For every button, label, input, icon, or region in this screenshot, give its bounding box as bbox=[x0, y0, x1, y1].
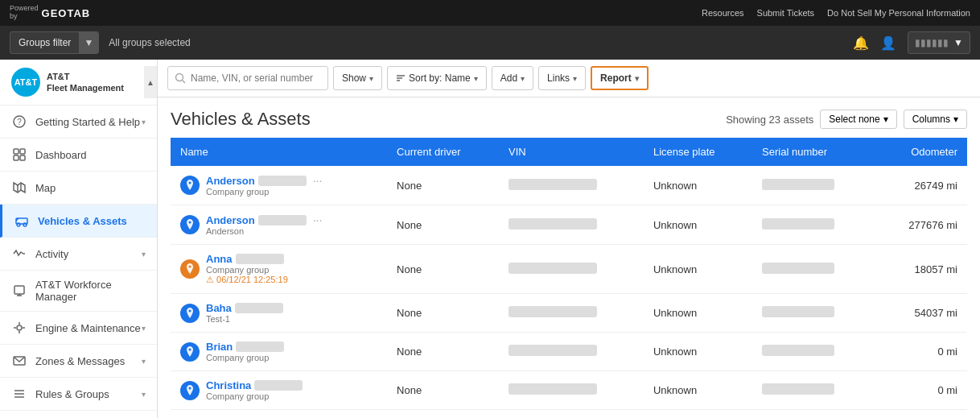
getting-started-icon: ? bbox=[11, 114, 27, 130]
name-info: Baha Test-1 bbox=[206, 302, 283, 324]
sort-arrow-icon: ▾ bbox=[474, 74, 478, 83]
report-arrow-icon: ▾ bbox=[635, 74, 639, 83]
name-info: Christina Company group bbox=[206, 379, 303, 401]
vehicle-name[interactable]: Brian bbox=[206, 341, 233, 353]
driver-cell: None bbox=[387, 166, 499, 205]
select-none-label: Select none bbox=[829, 114, 879, 125]
col-header-name: Name bbox=[171, 138, 387, 166]
zones-messages-icon bbox=[11, 353, 27, 369]
license-cell: Unknown bbox=[644, 245, 752, 294]
links-button[interactable]: Links ▾ bbox=[538, 66, 586, 90]
getting-started-label: Getting Started & Help bbox=[35, 116, 140, 128]
sidebar-item-getting-started[interactable]: ? Getting Started & Help ▾ bbox=[0, 106, 157, 139]
vin-cell bbox=[499, 333, 644, 371]
row-dots-menu[interactable]: ··· bbox=[313, 213, 323, 226]
driver-cell: None bbox=[387, 333, 499, 371]
resources-link[interactable]: Resources bbox=[702, 8, 744, 18]
odometer-cell: 277676 mi bbox=[875, 205, 967, 245]
vehicles-table: Name Current driver VIN License plate Se… bbox=[171, 138, 967, 410]
report-button[interactable]: Report ▾ bbox=[591, 66, 649, 90]
sidebar-item-att-workforce[interactable]: AT&T Workforce Manager bbox=[0, 271, 157, 312]
second-bar: Groups filter ▼ All groups selected 🔔 👤 … bbox=[0, 26, 980, 60]
name-blurred bbox=[236, 341, 284, 352]
engine-maintenance-icon bbox=[11, 320, 27, 336]
vehicle-name[interactable]: Baha bbox=[206, 302, 232, 314]
name-cell: Baha Test-1 bbox=[171, 294, 387, 333]
vin-blurred bbox=[509, 218, 597, 230]
pin-icon bbox=[180, 381, 200, 400]
second-bar-right: 🔔 👤 ▮▮▮▮▮▮ ▼ bbox=[853, 31, 970, 54]
row-dots-menu[interactable]: ··· bbox=[313, 174, 323, 187]
sidebar-brand-line2: Fleet Management bbox=[47, 82, 124, 93]
sidebar-item-map[interactable]: Map bbox=[0, 172, 157, 205]
groups-filter-dropdown[interactable]: Groups filter ▼ bbox=[10, 31, 99, 54]
vehicle-name[interactable]: Christina bbox=[206, 379, 251, 391]
serial-blurred bbox=[762, 263, 834, 274]
user-icon[interactable]: 👤 bbox=[880, 35, 896, 51]
svg-point-33 bbox=[189, 348, 191, 350]
att-logo: AT&T bbox=[11, 68, 40, 97]
sidebar-collapse-button[interactable]: ▲ bbox=[144, 66, 157, 98]
rules-groups-label: Rules & Groups bbox=[35, 388, 109, 400]
powered-by-text: Poweredby bbox=[10, 5, 39, 21]
vehicle-name[interactable]: Anderson bbox=[206, 214, 255, 226]
name-cell: Christina Company group bbox=[171, 371, 387, 410]
show-button[interactable]: Show ▾ bbox=[333, 66, 382, 90]
rules-groups-icon bbox=[11, 386, 27, 402]
serial-cell bbox=[752, 371, 875, 410]
sidebar-item-activity[interactable]: Activity ▾ bbox=[0, 238, 157, 271]
select-none-arrow-icon: ▾ bbox=[883, 114, 888, 125]
showing-count: Showing 23 assets bbox=[726, 114, 813, 126]
pin-icon bbox=[180, 259, 200, 279]
svg-point-24 bbox=[176, 74, 183, 81]
user-dropdown-text: ▮▮▮▮▮▮ bbox=[915, 37, 949, 48]
search-input[interactable] bbox=[191, 72, 319, 84]
vehicle-name[interactable]: Anna bbox=[206, 253, 233, 265]
show-arrow-icon: ▾ bbox=[369, 74, 373, 83]
sidebar-item-vehicles-assets[interactable]: Vehicles & Assets bbox=[0, 205, 157, 238]
vehicle-name[interactable]: Anderson bbox=[206, 175, 255, 187]
name-cell: Anderson ··· Anderson bbox=[171, 205, 387, 245]
sidebar-item-engine-maintenance[interactable]: Engine & Maintenance ▾ bbox=[0, 312, 157, 345]
sidebar-item-zones-messages[interactable]: Zones & Messages ▾ bbox=[0, 345, 157, 378]
add-button[interactable]: Add ▾ bbox=[492, 66, 533, 90]
select-none-button[interactable]: Select none ▾ bbox=[820, 110, 896, 129]
user-account-dropdown[interactable]: ▮▮▮▮▮▮ ▼ bbox=[908, 31, 970, 54]
search-box[interactable] bbox=[167, 66, 328, 90]
groups-filter-arrow[interactable]: ▼ bbox=[79, 32, 98, 53]
svg-rect-5 bbox=[20, 155, 25, 160]
map-icon bbox=[11, 180, 27, 196]
pin-icon bbox=[180, 215, 200, 234]
do-not-sell-link[interactable]: Do Not Sell My Personal Information bbox=[827, 8, 970, 18]
sort-button[interactable]: Sort by: Name ▾ bbox=[387, 66, 487, 90]
license-cell: Unknown bbox=[644, 166, 752, 205]
name-blurred bbox=[258, 176, 307, 186]
table-header: Name Current driver VIN License plate Se… bbox=[171, 138, 967, 166]
vehicle-sub: Company group bbox=[206, 353, 284, 362]
table-row: Anderson ··· Anderson None Unknown 27767… bbox=[171, 205, 967, 245]
sidebar-brand-line1: AT&T bbox=[47, 71, 124, 82]
top-bar: Poweredby GEOTAB Resources Submit Ticket… bbox=[0, 0, 980, 26]
name-cell: Anderson ··· Company group bbox=[171, 166, 387, 205]
driver-cell: None bbox=[387, 294, 499, 333]
svg-rect-3 bbox=[20, 149, 25, 154]
submit-tickets-link[interactable]: Submit Tickets bbox=[757, 8, 815, 18]
col-header-serial: Serial number bbox=[752, 138, 875, 166]
name-blurred bbox=[236, 254, 284, 264]
serial-cell bbox=[752, 205, 875, 245]
vin-blurred bbox=[509, 345, 597, 356]
serial-blurred bbox=[762, 179, 834, 190]
svg-point-11 bbox=[23, 223, 27, 226]
odometer-cell: 18057 mi bbox=[875, 245, 967, 294]
sidebar-item-dashboard[interactable]: Dashboard bbox=[0, 139, 157, 172]
report-label: Report bbox=[600, 72, 632, 84]
columns-button[interactable]: Columns ▾ bbox=[904, 110, 967, 129]
row-warning: ⚠ 06/12/21 12:25:19 bbox=[206, 275, 288, 285]
sidebar-item-rules-groups[interactable]: Rules & Groups ▾ bbox=[0, 378, 157, 411]
sort-label: Sort by: Name bbox=[409, 72, 471, 84]
vin-cell bbox=[499, 205, 644, 245]
vin-cell bbox=[499, 245, 644, 294]
notifications-bell-icon[interactable]: 🔔 bbox=[853, 35, 869, 51]
search-icon bbox=[175, 72, 186, 84]
table-row: Anderson ··· Company group None Unknown … bbox=[171, 166, 967, 205]
